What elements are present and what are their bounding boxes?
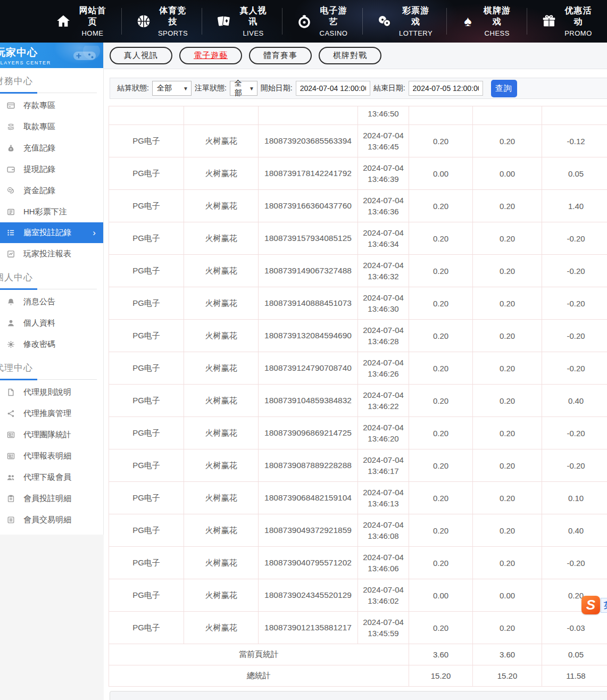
tab-board-games[interactable]: 棋牌對戰 — [319, 47, 381, 64]
bet-id-cell: 1808739012135881217 — [259, 612, 358, 644]
bet-amount-cell: 0.20 — [409, 190, 473, 222]
summary-profit: 11.58 — [542, 665, 607, 687]
provider-cell: PG电子 — [109, 287, 184, 320]
time-cell: 2024-07-0413:46:26 — [358, 352, 409, 385]
sidebar-item-label: 代理報表明細 — [23, 451, 71, 461]
clipboard-icon — [6, 494, 15, 503]
sidebar-item-member-transaction-detail[interactable]: 會員交易明細 — [0, 509, 103, 530]
room-list-icon — [6, 228, 15, 237]
provider-cell: PG电子 — [109, 612, 184, 644]
valid-amount-cell: 0.20 — [473, 547, 542, 579]
tab-live-video[interactable]: 真人視訊 — [110, 47, 172, 64]
bet-id-cell: 1808739149067327488 — [259, 255, 358, 287]
search-button[interactable]: 查詢 — [491, 80, 517, 97]
profit-cell: -0.20 — [542, 255, 607, 287]
sidebar-item-label: 會員投註明細 — [23, 494, 71, 504]
sidebar-item-withdraw-area[interactable]: 取款專區 — [0, 116, 103, 137]
sidebar-item-profile[interactable]: 個人資料 — [0, 312, 103, 334]
sogou-icon[interactable]: S — [581, 596, 600, 614]
sidebar-item-member-bet-detail[interactable]: 會員投註明細 — [0, 488, 103, 509]
bet-id-cell: 1808739166360437760 — [259, 190, 358, 222]
sidebar-item-agent-report-detail[interactable]: 代理報表明細 — [0, 445, 103, 466]
money-bag-icon — [6, 144, 15, 153]
game-cell: 火树赢花 — [184, 255, 259, 287]
player-center-banner: 玩家中心 PLAYERS CENTER — [0, 43, 103, 68]
table-row: PG电子火树赢花18087391048593848322024-07-0413:… — [109, 385, 607, 417]
summary-bet-amount: 3.60 — [409, 644, 473, 665]
table-row: PG电子火树赢花18087390493729218592024-07-0413:… — [109, 514, 607, 547]
valid-amount-cell: 0.20 — [473, 125, 542, 157]
sidebar-item-recharge-record[interactable]: 充值記錄 — [0, 137, 103, 159]
valid-amount-cell: 0.20 — [473, 352, 542, 385]
sidebar-item-withdrawal-record[interactable]: 提現記錄 — [0, 159, 103, 180]
sidebar-item-label: 充值記錄 — [23, 143, 55, 153]
end-date-input[interactable] — [409, 81, 483, 96]
tab-electronic-games[interactable]: 電子遊藝 — [179, 47, 242, 64]
sidebar-item-announcements[interactable]: 消息公告 — [0, 291, 103, 312]
provider-cell: PG电子 — [109, 449, 184, 482]
nav-home[interactable]: 网站首页HOME — [41, 8, 121, 35]
ime-language-indicator[interactable]: 英 — [601, 598, 607, 613]
bet-id-cell: 1808739087889228288 — [259, 449, 358, 482]
nav-lives[interactable]: 真人视讯LIVES — [202, 8, 282, 35]
game-cell — [184, 106, 259, 125]
chevron-right-icon: › — [93, 228, 96, 238]
sidebar-panel: 玩家中心 PLAYERS CENTER 財務中心存款專區取款專區充值記錄提現記錄… — [0, 43, 104, 535]
sidebar-item-agent-rules[interactable]: 代理規則說明 — [0, 381, 103, 403]
bet-amount-cell: 0.20 — [409, 255, 473, 287]
order-status-select[interactable]: 全部 ▼ — [230, 81, 257, 96]
nav-promo[interactable]: 优惠活动PROMO — [527, 8, 607, 35]
bet-records-table: 13:46:50PG电子火树赢花18087392036855633942024-… — [109, 106, 607, 687]
nav-home-label: 网站首页HOME — [78, 5, 107, 37]
time-cell: 2024-07-0413:46:22 — [358, 385, 409, 417]
summary-label: 總統計 — [109, 665, 409, 687]
sidebar-item-room-bet-records[interactable]: 廳室投註記錄› — [0, 222, 103, 243]
sidebar-item-label: 代理團隊統計 — [23, 430, 71, 440]
nav-lottery[interactable]: 彩票游戏LOTTERY — [362, 8, 446, 35]
bet-amount-cell — [409, 106, 473, 125]
nav-chess[interactable]: ♠棋牌游戏CHESS — [446, 8, 527, 35]
section-divider — [0, 379, 97, 380]
bet-id-cell — [259, 106, 358, 125]
settle-status-select[interactable]: 全部 ▼ — [152, 81, 192, 96]
spade-icon: ♠ — [461, 13, 475, 29]
nav-casino[interactable]: 电子游艺CASINO — [282, 8, 362, 35]
bet-amount-cell: 0.00 — [409, 579, 473, 612]
bet-amount-cell: 0.20 — [409, 417, 473, 449]
users-icon — [6, 473, 15, 482]
provider-cell: PG电子 — [109, 514, 184, 547]
nav-casino-label: 电子游艺CASINO — [319, 5, 348, 37]
sidebar-item-agent-sub-members[interactable]: 代理下級會員 — [0, 466, 103, 488]
nav-sports[interactable]: 体育竞技SPORTS — [121, 8, 202, 35]
table-row: PG电子火树赢花18087391408884510732024-07-0413:… — [109, 287, 607, 320]
sidebar-item-agent-promotion[interactable]: 代理推廣管理 — [0, 403, 103, 424]
profit-cell: -0.20 — [542, 352, 607, 385]
settle-status-label: 結算狀態: — [117, 84, 149, 93]
sidebar-item-hh-lottery-bets[interactable]: HH彩票下注 — [0, 201, 103, 222]
bet-amount-cell: 0.20 — [409, 352, 473, 385]
table-row: PG电子火树赢花18087391663604377602024-07-0413:… — [109, 190, 607, 222]
table-row: PG电子火树赢花18087391320845946902024-07-0413:… — [109, 320, 607, 352]
order-status-label: 注單狀態: — [195, 84, 227, 93]
summary-bet-amount: 15.20 — [409, 665, 473, 687]
time-cell: 2024-07-0413:46:17 — [358, 449, 409, 482]
bet-id-cell: 1808739096869214725 — [259, 417, 358, 449]
bank-card-icon — [6, 101, 15, 110]
sidebar-item-funds-record[interactable]: 資金記錄 — [0, 180, 103, 201]
tab-sports-events[interactable]: 體育賽事 — [249, 47, 312, 64]
time-cell: 2024-07-0413:46:39 — [358, 157, 409, 190]
start-date-input[interactable] — [296, 81, 370, 96]
sidebar-item-player-bet-report[interactable]: 玩家投注報表 — [0, 243, 103, 264]
section-divider — [0, 288, 97, 290]
valid-amount-cell: 0.20 — [473, 417, 542, 449]
section-title: 個人中心 — [0, 264, 103, 288]
nav-chess-label: 棋牌游戏CHESS — [481, 5, 513, 37]
nav-sports-label: 体育竞技SPORTS — [158, 5, 188, 37]
time-cell: 2024-07-0413:46:08 — [358, 514, 409, 547]
sidebar-item-agent-team-stats[interactable]: 代理團隊統計 — [0, 424, 103, 445]
pagination-bar[interactable] — [110, 691, 607, 700]
sidebar-item-deposit-area[interactable]: 存款專區 — [0, 95, 103, 116]
valid-amount-cell: 0.20 — [473, 287, 542, 320]
bet-amount-cell: 0.20 — [409, 385, 473, 417]
sidebar-item-change-password[interactable]: 修改密碼 — [0, 334, 103, 355]
